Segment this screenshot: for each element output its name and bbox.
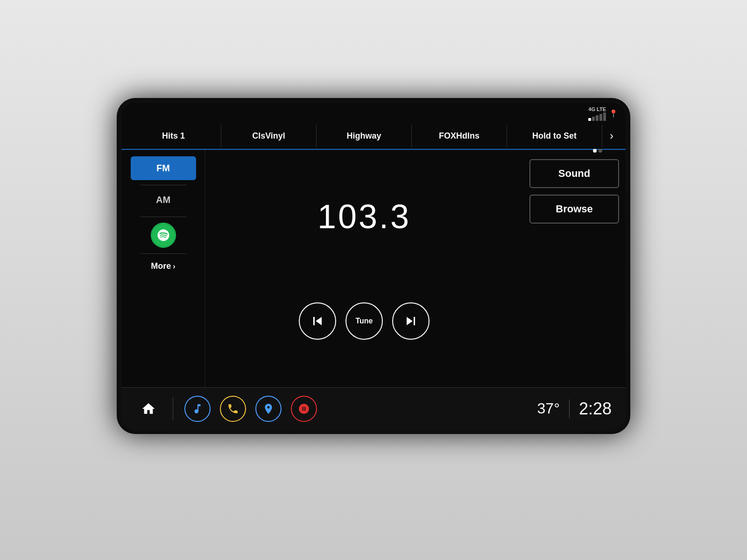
tune-label: Tune [355,317,373,325]
ford-icon [298,403,310,415]
time-display: 2:28 [579,399,612,419]
tab-clsvinyl[interactable]: ClsVinyl [221,125,317,147]
bottom-info: 37° 2:28 [537,399,612,419]
am-button[interactable]: AM [131,188,196,212]
nav-tabs: Hits 1 ClsVinyl Highway FOXHdlns Hold to… [121,123,626,150]
spotify-logo [156,228,170,242]
prev-button[interactable] [299,302,336,340]
spotify-circle [152,224,175,247]
signal-bar-2 [592,117,595,121]
signal-info: 4G LTE [588,106,606,121]
prev-icon [309,313,326,329]
tune-button[interactable]: Tune [345,302,383,340]
media-button[interactable] [184,396,211,422]
tab-hold-to-set[interactable]: Hold to Set [507,125,602,147]
nav-arrow-right[interactable]: › [602,123,621,149]
more-button[interactable]: More › [151,261,175,271]
phone-button[interactable] [220,396,246,422]
signal-bar-5 [603,112,606,121]
phone-icon [227,403,239,415]
status-bar: 4G LTE 📍 [121,103,626,123]
tab-hits1[interactable]: Hits 1 [126,125,221,147]
home-button[interactable] [135,396,162,422]
next-button[interactable] [392,302,430,340]
nav-dot-1 [593,149,597,153]
nav-dot-2 [599,149,602,153]
divider-2 [140,217,187,217]
sound-button[interactable]: Sound [529,159,619,188]
signal-bar-3 [596,115,599,121]
media-icon [191,403,204,415]
spotify-button[interactable] [151,223,176,248]
temperature-display: 37° [537,400,560,417]
location-icon: 📍 [609,109,618,118]
playback-controls: Tune [299,302,430,340]
next-icon [402,313,419,329]
tab-highway[interactable]: Highway [317,125,412,147]
divider-3 [140,253,187,254]
home-icon [141,401,156,416]
frequency-display: 103.3 [317,197,411,236]
ford-button[interactable] [291,396,317,422]
signal-bar-4 [599,114,602,121]
fm-button[interactable]: FM [131,156,196,180]
nav-dots [593,149,602,153]
bottom-bar: 37° 2:28 [121,387,626,429]
center-content: 103.3 Tune [205,150,523,387]
signal-bars [588,112,606,121]
main-content: FM AM More › [121,150,626,387]
navigation-button[interactable] [255,396,282,422]
more-label: More [151,261,171,271]
tab-foxhdlns[interactable]: FOXHdlns [412,125,507,147]
nav-icon [262,403,275,415]
signal-bar-1 [588,118,591,121]
info-divider [569,399,570,418]
left-sidebar: FM AM More › [121,150,205,387]
lte-label: 4G LTE [588,106,606,112]
car-background: 4G LTE 📍 Hits 1 ClsVinyl Highway FOXHdln… [0,0,747,560]
browse-button[interactable]: Browse [529,195,619,224]
bottom-divider-1 [173,397,173,420]
infotainment-screen: 4G LTE 📍 Hits 1 ClsVinyl Highway FOXHdln… [121,103,626,429]
divider-1 [140,185,187,185]
screen-bezel: 4G LTE 📍 Hits 1 ClsVinyl Highway FOXHdln… [117,98,630,434]
more-arrow-icon: › [173,262,175,271]
right-panel: Sound Browse [523,150,626,387]
